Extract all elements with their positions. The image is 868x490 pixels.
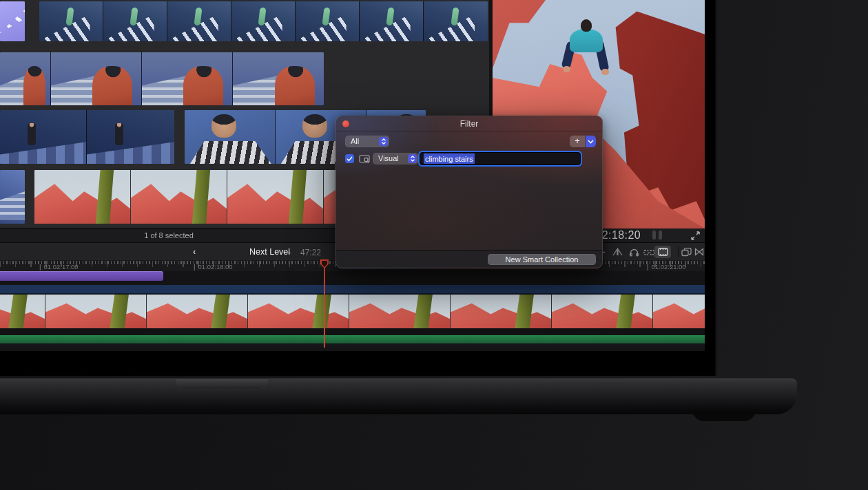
filmstrip-frame: [248, 295, 349, 328]
filmstrip-frame: [349, 295, 451, 328]
rule-type-popup[interactable]: Visual: [373, 153, 418, 164]
clip-appearance-icon[interactable]: [654, 246, 671, 258]
filmstrip-frame: [39, 1, 103, 41]
filmstrip-frame: [0, 170, 25, 224]
viewer-person: [570, 29, 603, 52]
timeline-back-chevron[interactable]: ‹: [193, 246, 196, 257]
filmstrip-frame: [51, 52, 142, 105]
filmstrip-frame: [45, 295, 147, 328]
rule-enabled-checkbox[interactable]: [345, 154, 354, 163]
fullscreen-expand-icon[interactable]: [691, 231, 700, 243]
filter-scope-popup[interactable]: All: [345, 136, 389, 147]
timeline-clip-filmstrip[interactable]: [0, 295, 705, 328]
viewer-person: [581, 19, 592, 32]
laptop-lid-notch: [176, 379, 268, 390]
clip-filmstrip-green-dress[interactable]: [39, 1, 488, 41]
audio-meters-icon[interactable]: [652, 231, 656, 239]
filmstrip-frame: [552, 295, 653, 328]
filmstrip-frame: [142, 52, 233, 105]
add-rule-group: +: [570, 136, 596, 147]
filmstrip-frame: [233, 52, 324, 105]
filmstrip-frame: [87, 110, 174, 164]
clip-filmstrip-floral[interactable]: [0, 110, 174, 164]
filmstrip-frame: [0, 295, 45, 328]
filmstrip-frame: [653, 295, 705, 328]
selection-count-text: 1 of 8 selected: [0, 231, 338, 239]
filmstrip-frame: [0, 110, 87, 164]
audio-track-edge: [0, 343, 705, 347]
filter-scope-value: All: [351, 137, 359, 145]
add-rule-chevron-button[interactable]: [586, 136, 596, 147]
popup-chevrons-icon: [408, 154, 417, 163]
filmstrip-frame: [424, 1, 488, 41]
filter-window-titlebar[interactable]: Filter: [336, 116, 602, 131]
filmstrip-frame: [131, 170, 227, 224]
laptop-base: [0, 379, 797, 414]
filmstrip-frame: [0, 52, 51, 105]
timeline-clip-header[interactable]: [0, 285, 705, 294]
filmstrip-frame: [227, 170, 324, 224]
filmstrip-frame: [147, 295, 248, 328]
clip-filmstrip-cactus[interactable]: [34, 170, 338, 224]
overwrite-edit-icon[interactable]: [643, 246, 655, 257]
audio-meters-icon[interactable]: [659, 231, 662, 239]
add-rule-button[interactable]: +: [570, 136, 585, 147]
filmstrip-frame: [167, 1, 231, 41]
transitions-icon[interactable]: [693, 246, 705, 257]
timeline-track-gap: [0, 328, 705, 335]
new-smart-collection-button[interactable]: New Smart Collection: [488, 254, 596, 265]
ruler-timecode-label: |01:02:18:00: [194, 263, 233, 270]
filmstrip-frame: [185, 110, 276, 164]
filmstrip-frame: [34, 170, 131, 224]
search-input[interactable]: climbing stairs: [420, 152, 581, 165]
clip-filmstrip-red-shirt[interactable]: [0, 52, 324, 105]
project-duration: 47:22: [300, 248, 321, 257]
filmstrip-frame: [296, 1, 360, 41]
selected-search-text: climbing stairs: [424, 153, 475, 164]
clip-thumbnail-purple[interactable]: [0, 1, 25, 41]
audio-fade-icon[interactable]: [612, 246, 623, 257]
toolbar-divider: [678, 246, 679, 257]
filter-window-footer: New Smart Collection: [336, 250, 602, 268]
filmstrip-frame: [451, 295, 552, 328]
popup-chevrons-icon: [379, 137, 388, 146]
playhead[interactable]: [324, 259, 325, 348]
filmstrip-frame: [231, 1, 296, 41]
solo-headphones-icon[interactable]: [628, 246, 640, 257]
viewer-person: [601, 69, 609, 75]
timeline-index-icon[interactable]: [681, 246, 692, 257]
visual-search-icon: [359, 154, 371, 167]
clip-thumbnail-blue[interactable]: [0, 170, 25, 224]
final-cut-pro-window: 1 of 8 selected 02:18:20 ‹ Next Level ⌄ …: [0, 0, 705, 351]
laptop-screen-bezel: 1 of 8 selected 02:18:20 ‹ Next Level ⌄ …: [0, 0, 716, 376]
project-dropdown-chevron-icon[interactable]: ⌄: [287, 248, 292, 255]
viewer-person: [563, 66, 570, 72]
filter-window-title: Filter: [336, 119, 602, 129]
ruler-timecode-label: |01:02:17:00: [39, 263, 79, 270]
timeline-project-title[interactable]: Next Level: [249, 247, 290, 257]
rule-type-value: Visual: [378, 154, 399, 162]
filmstrip-frame: [0, 1, 25, 41]
title-clip-bar[interactable]: [0, 271, 163, 281]
filmstrip-frame: [360, 1, 424, 41]
filmstrip-frame: [103, 1, 167, 41]
ruler-timecode-label: |01:02:21:00: [647, 263, 686, 270]
filter-window: Filter All + Visual climbing stairs New …: [335, 116, 603, 268]
audio-waveform-track[interactable]: [0, 335, 705, 343]
